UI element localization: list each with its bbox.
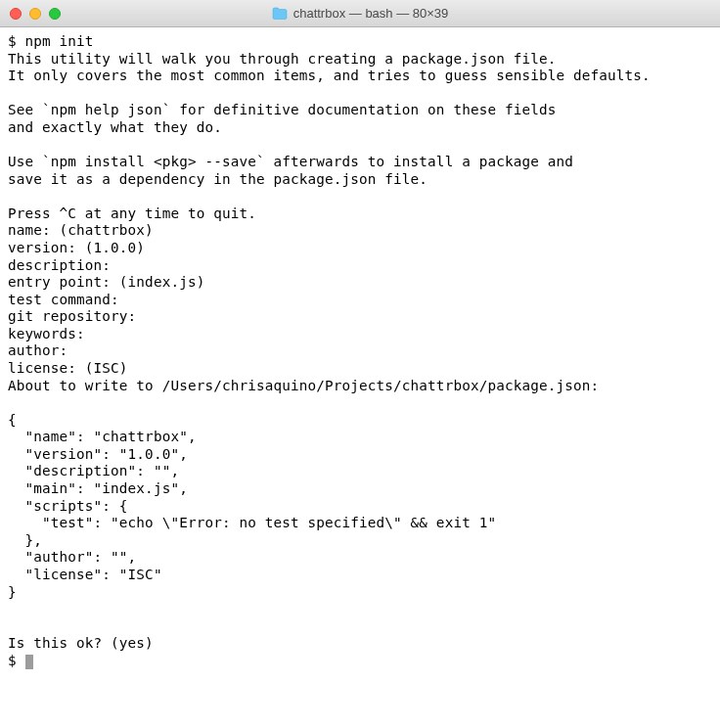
- terminal-content[interactable]: $ npm init This utility will walk you th…: [0, 27, 720, 728]
- prompt: $: [8, 653, 25, 668]
- titlebar[interactable]: chattrbox — bash — 80×39: [0, 0, 720, 27]
- title-wrap: chattrbox — bash — 80×39: [0, 6, 720, 21]
- maximize-button[interactable]: [49, 8, 61, 20]
- terminal-window: chattrbox — bash — 80×39 $ npm init This…: [0, 0, 720, 728]
- cursor: [25, 655, 33, 669]
- close-button[interactable]: [10, 8, 22, 20]
- folder-icon: [272, 7, 288, 20]
- traffic-lights: [0, 8, 61, 20]
- window-title: chattrbox — bash — 80×39: [293, 6, 449, 21]
- minimize-button[interactable]: [29, 8, 41, 20]
- terminal-output: $ npm init This utility will walk you th…: [8, 33, 651, 651]
